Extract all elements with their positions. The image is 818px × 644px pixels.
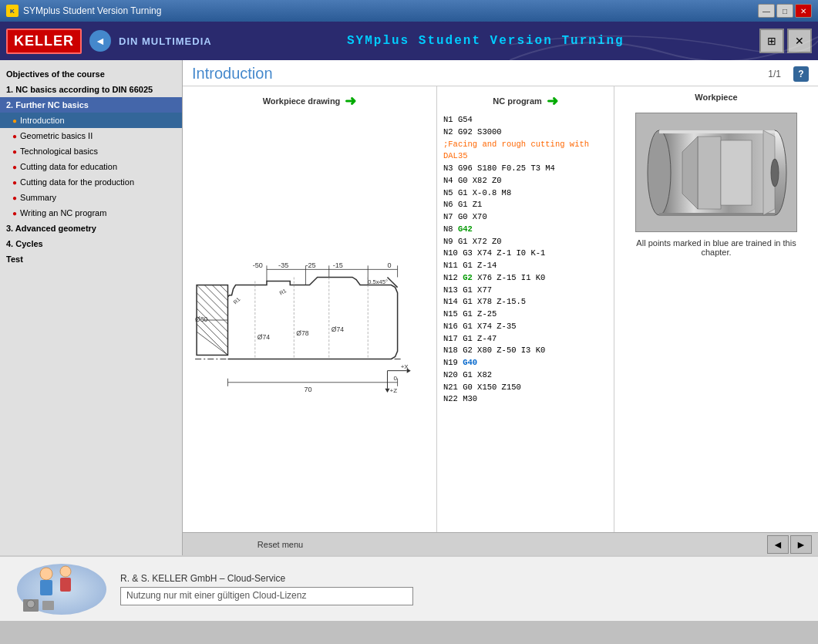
nc-line-21: N20 G1 X82 [443,369,608,382]
svg-text:Ø74: Ø74 [332,325,344,333]
footer-input-container: Nutzung nur mit einer gültigen Cloud-Liz… [120,587,803,605]
nc-line-15: N14 G1 X78 Z-15.5 [443,296,608,309]
drawing-col-header: Workpiece drawing ➜ [189,93,430,110]
sidebar-item-geometric-basics[interactable]: ● Geometric basics II [0,128,182,143]
content-area: Introduction 1/1 ? Workpiece drawing ➜ [183,60,818,555]
workpiece-image [635,113,797,232]
svg-point-61 [60,566,71,577]
technical-drawing: -50 -35 -25 -15 0 0.5x45° Ø80 [189,114,430,526]
svg-rect-53 [698,137,721,209]
close-button[interactable]: ✕ [795,4,812,18]
prev-page-button[interactable]: ◄ [767,535,789,554]
footer-illustration [15,562,108,616]
minimize-button[interactable]: — [758,4,775,18]
sidebar-item-further-nc[interactable]: 2. Further NC basics [0,97,182,113]
nc-line-9: N8 G42 [443,224,608,236]
nc-line-8: N7 G0 X70 [443,211,608,224]
sidebar-item-cutting-education[interactable]: ● Cutting data for education [0,159,182,174]
svg-point-50 [648,130,671,215]
nc-line-1: N1 G54 [443,114,608,126]
page-indicator: 1/1 [768,69,781,79]
help-button[interactable]: ? [793,66,809,82]
nc-line-19: N18 G2 X80 Z-50 I3 K0 [443,345,608,357]
bullet-introduction: ● [12,116,17,125]
svg-line-9 [212,285,227,301]
nc-line-22: N21 G0 X150 Z150 [443,382,608,394]
nc-line-12: N11 G1 Z-14 [443,260,608,272]
nc-line-2: N2 G92 S3000 [443,126,608,139]
svg-text:R1: R1 [278,288,287,296]
sidebar-item-technological-basics[interactable]: ● Technological basics [0,143,182,159]
sidebar-item-test[interactable]: Test [0,251,182,267]
bullet-summary: ● [12,194,17,202]
nc-line-14: N13 G1 X77 [443,285,608,297]
nav-back-icon[interactable]: ◄ [89,30,111,52]
sidebar-item-summary[interactable]: ● Summary [0,190,182,205]
footer-logo-area [15,562,108,616]
svg-text:Ø78: Ø78 [296,329,308,337]
content-title: Introduction [192,65,273,83]
svg-text:0: 0 [394,375,398,382]
footer-text-area: R. & S. KELLER GmbH – Cloud-Service Nutz… [120,573,803,605]
workpiece-caption: All points marked in blue are trained in… [621,238,812,257]
nc-line-17: N16 G1 X74 Z-35 [443,321,608,333]
app-header: KELLER ◄ DIN MULTIMEDIA SYMplus Student … [0,22,818,60]
app-icon: K [6,5,19,17]
keller-logo: KELLER [6,29,82,54]
main-container: Objectives of the course 1. NC basics ac… [0,60,818,555]
next-page-button[interactable]: ► [790,535,812,554]
footer-license-input[interactable] [120,587,413,605]
sidebar-item-objectives[interactable]: Objectives of the course [0,66,182,82]
sidebar-item-cutting-production[interactable]: ● Cutting data for the production [0,174,182,190]
title-bar: K SYMplus Student Version Turning — □ ✕ [0,0,818,22]
nc-line-18: N17 G1 Z-47 [443,333,608,346]
footer-company: R. & S. KELLER GmbH – Cloud-Service [120,573,803,584]
workpiece-col-header: Workpiece [695,93,737,102]
nc-line-7: N6 G1 Z1 [443,199,608,211]
three-col-layout: Workpiece drawing ➜ [183,86,818,532]
sidebar-item-advanced-geometry[interactable]: 3. Advanced geometry [0,221,182,236]
nc-line-20: N19 G40 [443,357,608,369]
svg-point-59 [40,568,52,580]
svg-text:Ø80: Ø80 [195,315,207,323]
maximize-button[interactable]: □ [776,4,793,18]
col-drawing: Workpiece drawing ➜ [183,86,437,532]
nc-line-10: N9 G1 X72 Z0 [443,236,608,248]
nc-line-4: N3 G96 S180 F0.25 T3 M4 [443,163,608,175]
svg-rect-60 [40,580,52,595]
nc-arrow-icon: ➜ [547,93,558,110]
sidebar-item-cycles[interactable]: 4. Cycles [0,236,182,251]
reset-menu-button[interactable]: Reset menu [189,540,372,549]
sidebar-item-nc-basics[interactable]: 1. NC basics according to DIN 66025 [0,82,182,97]
svg-line-10 [220,285,227,293]
title-bar-text: SYMplus Student Version Turning [23,5,758,16]
bullet-cutting-education: ● [12,163,17,171]
svg-rect-54 [721,140,752,205]
svg-rect-51 [659,130,775,133]
svg-text:0: 0 [387,261,391,269]
svg-text:-15: -15 [333,261,343,269]
bullet-cutting-production: ● [12,178,17,187]
svg-text:0.5x45°: 0.5x45° [368,278,388,285]
sidebar: Objectives of the course 1. NC basics ac… [0,60,183,555]
footer: R. & S. KELLER GmbH – Cloud-Service Nutz… [0,555,818,621]
sidebar-item-writing-nc[interactable]: ● Writing an NC program [0,205,182,221]
svg-point-64 [27,600,35,608]
nc-line-16: N15 G1 Z-25 [443,309,608,321]
nc-line-23: N22 M30 [443,393,608,406]
svg-rect-52 [659,213,775,216]
title-bar-buttons: — □ ✕ [758,4,812,18]
svg-line-1 [197,285,227,316]
nc-col-header: NC program ➜ [443,93,608,110]
nc-line-11: N10 G3 X74 Z-1 I0 K-1 [443,248,608,260]
nav-arrows: ◄ ► [767,535,812,554]
svg-text:Ø74: Ø74 [258,333,270,341]
nc-line-5: N4 G0 X82 Z0 [443,175,608,187]
svg-text:-50: -50 [253,261,263,269]
svg-text:+Z: +Z [389,387,397,394]
reset-area: Reset menu [189,540,372,549]
sidebar-item-introduction[interactable]: ● Introduction [0,113,182,128]
din-multimedia-label: DIN MULTIMEDIA [119,35,212,47]
nc-line-6: N5 G1 X-0.8 M8 [443,187,608,200]
svg-point-57 [771,159,779,187]
